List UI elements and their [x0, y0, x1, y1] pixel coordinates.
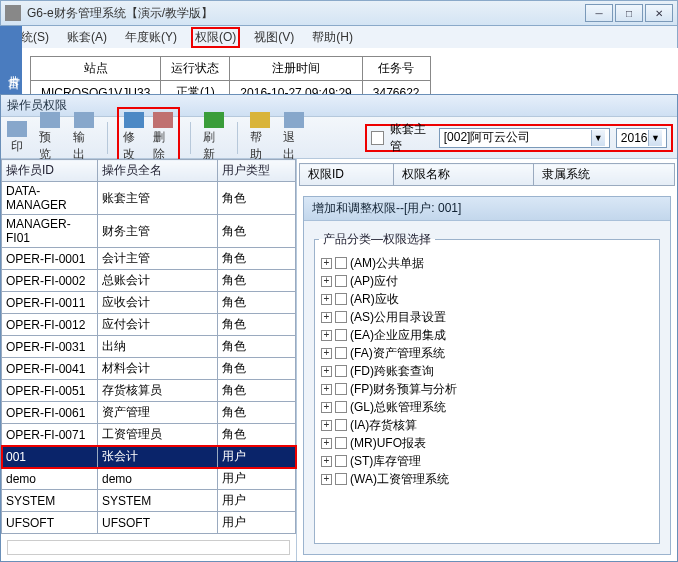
print-label: 印: [11, 138, 23, 155]
expand-icon[interactable]: +: [321, 330, 332, 341]
maximize-button[interactable]: □: [615, 4, 643, 22]
tree-checkbox[interactable]: [335, 383, 347, 395]
operator-grid[interactable]: 操作员ID 操作员全名 用户类型 DATA-MANAGER账套主管角色MANAG…: [1, 159, 296, 534]
cell-type: 角色: [218, 358, 296, 380]
cell-type: 用户: [218, 490, 296, 512]
company-combo[interactable]: [002]阿可云公司 ▼: [439, 128, 610, 148]
col-perm-sys[interactable]: 隶属系统: [534, 164, 675, 186]
cell-type: 角色: [218, 380, 296, 402]
tree-checkbox[interactable]: [335, 275, 347, 287]
expand-icon[interactable]: +: [321, 258, 332, 269]
minimize-button[interactable]: ─: [585, 4, 613, 22]
table-row[interactable]: DATA-MANAGER账套主管角色: [2, 182, 296, 215]
preview-button[interactable]: 预览: [37, 110, 63, 165]
year-combo[interactable]: 2016 ▼: [616, 128, 667, 148]
table-row[interactable]: OPER-FI-0061资产管理角色: [2, 402, 296, 424]
table-row[interactable]: MANAGER-FI01财务主管角色: [2, 215, 296, 248]
cell-type: 角色: [218, 336, 296, 358]
expand-icon[interactable]: +: [321, 438, 332, 449]
tree-node[interactable]: +(GL)总账管理系统: [321, 398, 655, 416]
tree-checkbox[interactable]: [335, 401, 347, 413]
tree-node[interactable]: +(MR)UFO报表: [321, 434, 655, 452]
tree-node[interactable]: +(FP)财务预算与分析: [321, 380, 655, 398]
menubar: 系统(S) 账套(A) 年度账(Y) 权限(O) 视图(V) 帮助(H): [0, 26, 678, 48]
expand-icon[interactable]: +: [321, 456, 332, 467]
app-icon: [5, 5, 21, 21]
help-button[interactable]: 帮助: [248, 110, 274, 165]
tree-node[interactable]: +(FA)资产管理系统: [321, 344, 655, 362]
table-row[interactable]: OPER-FI-0041材料会计角色: [2, 358, 296, 380]
print-button[interactable]: 印: [5, 119, 29, 157]
delete-label: 删除: [153, 129, 174, 163]
tree-checkbox[interactable]: [335, 455, 347, 467]
table-row[interactable]: SYSTEMSYSTEM用户: [2, 490, 296, 512]
table-row[interactable]: OPER-FI-0051存货核算员角色: [2, 380, 296, 402]
tree-checkbox[interactable]: [335, 329, 347, 341]
permission-header-grid: 权限ID 权限名称 隶属系统: [299, 163, 675, 186]
tree-node[interactable]: +(ST)库存管理: [321, 452, 655, 470]
tree-node[interactable]: +(AR)应收: [321, 290, 655, 308]
tree-checkbox[interactable]: [335, 473, 347, 485]
account-admin-checkbox[interactable]: [371, 131, 384, 145]
tree-label: (ST)库存管理: [350, 453, 421, 470]
tree-label: (MR)UFO报表: [350, 435, 426, 452]
col-perm-id[interactable]: 权限ID: [300, 164, 394, 186]
col-user-type[interactable]: 用户类型: [218, 160, 296, 182]
toolbar: 印 预览 输出 修改 删除 刷新 帮助 退出 账套主管 [002]阿可云公司 ▼…: [1, 117, 677, 159]
table-row[interactable]: 001张会计用户: [2, 446, 296, 468]
menu-permission[interactable]: 权限(O): [191, 27, 240, 48]
tree-checkbox[interactable]: [335, 347, 347, 359]
tree-node[interactable]: +(WA)工资管理系统: [321, 470, 655, 488]
menu-account[interactable]: 账套(A): [63, 27, 111, 48]
table-row[interactable]: UFSOFTUFSOFT用户: [2, 512, 296, 534]
tree-node[interactable]: +(AM)公共单据: [321, 254, 655, 272]
output-button[interactable]: 输出: [71, 110, 97, 165]
table-row[interactable]: OPER-FI-0012应付会计角色: [2, 314, 296, 336]
expand-icon[interactable]: +: [321, 384, 332, 395]
tree-checkbox[interactable]: [335, 311, 347, 323]
tree-checkbox[interactable]: [335, 419, 347, 431]
tree-checkbox[interactable]: [335, 257, 347, 269]
delete-button[interactable]: 删除: [151, 110, 176, 165]
tree-node[interactable]: +(EA)企业应用集成: [321, 326, 655, 344]
expand-icon[interactable]: +: [321, 474, 332, 485]
menu-help[interactable]: 帮助(H): [308, 27, 357, 48]
menu-view[interactable]: 视图(V): [250, 27, 298, 48]
table-row[interactable]: OPER-FI-0002总账会计角色: [2, 270, 296, 292]
col-operator-name[interactable]: 操作员全名: [98, 160, 218, 182]
table-row[interactable]: OPER-FI-0031出纳角色: [2, 336, 296, 358]
cell-name: 出纳: [98, 336, 218, 358]
cell-type: 角色: [218, 292, 296, 314]
table-row[interactable]: OPER-FI-0071工资管理员角色: [2, 424, 296, 446]
tree-checkbox[interactable]: [335, 437, 347, 449]
separator: [107, 122, 108, 154]
expand-icon[interactable]: +: [321, 276, 332, 287]
expand-icon[interactable]: +: [321, 294, 332, 305]
expand-icon[interactable]: +: [321, 402, 332, 413]
expand-icon[interactable]: +: [321, 420, 332, 431]
table-row[interactable]: OPER-FI-0011应收会计角色: [2, 292, 296, 314]
tree-node[interactable]: +(AS)公用目录设置: [321, 308, 655, 326]
table-row[interactable]: demodemo用户: [2, 468, 296, 490]
expand-icon[interactable]: +: [321, 348, 332, 359]
cell-name: demo: [98, 468, 218, 490]
menu-year[interactable]: 年度账(Y): [121, 27, 181, 48]
expand-icon[interactable]: +: [321, 312, 332, 323]
refresh-button[interactable]: 刷新: [201, 110, 227, 165]
modify-button[interactable]: 修改: [121, 110, 146, 165]
col-operator-id[interactable]: 操作员ID: [2, 160, 98, 182]
exit-button[interactable]: 退出: [281, 110, 307, 165]
tree-checkbox[interactable]: [335, 365, 347, 377]
permission-tree[interactable]: +(AM)公共单据+(AP)应付+(AR)应收+(AS)公用目录设置+(EA)企…: [319, 254, 655, 488]
col-perm-name[interactable]: 权限名称: [393, 164, 534, 186]
tree-node[interactable]: +(AP)应付: [321, 272, 655, 290]
table-row[interactable]: OPER-FI-0001会计主管角色: [2, 248, 296, 270]
expand-icon[interactable]: +: [321, 366, 332, 377]
close-button[interactable]: ✕: [645, 4, 673, 22]
tree-node[interactable]: +(IA)存货核算: [321, 416, 655, 434]
cell-name: 账套主管: [98, 182, 218, 215]
tree-checkbox[interactable]: [335, 293, 347, 305]
cell-name: 会计主管: [98, 248, 218, 270]
cell-id: MANAGER-FI01: [2, 215, 98, 248]
tree-node[interactable]: +(FD)跨账套查询: [321, 362, 655, 380]
